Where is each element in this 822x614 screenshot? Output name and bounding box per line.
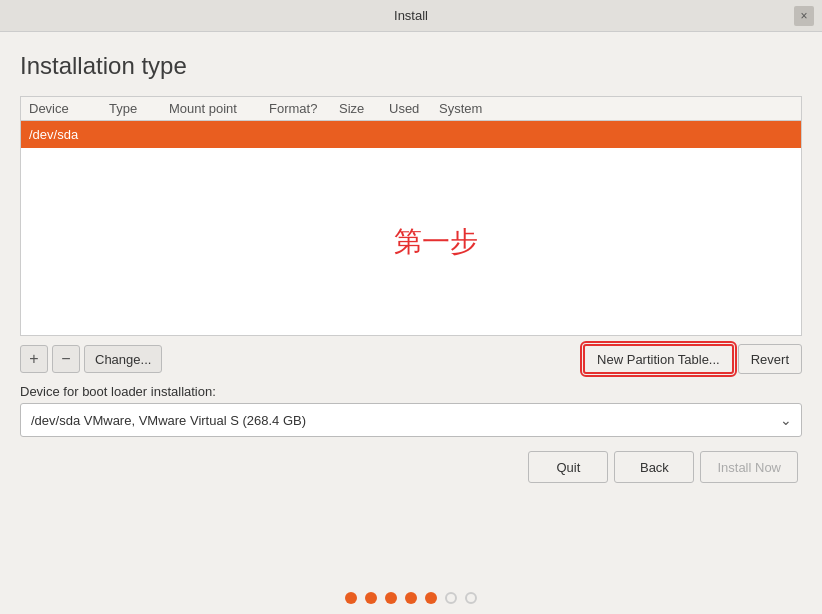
back-button[interactable]: Back [614, 451, 694, 483]
row-device-label: /dev/sda [29, 127, 109, 142]
bootloader-section: Device for boot loader installation: /de… [20, 384, 802, 437]
new-partition-table-button[interactable]: New Partition Table... [583, 344, 734, 374]
toolbar: + − Change... New Partition Table... Rev… [20, 344, 802, 374]
pagination-dot-6 [445, 592, 457, 604]
add-partition-button[interactable]: + [20, 345, 48, 373]
bootloader-select[interactable]: /dev/sda VMware, VMware Virtual S (268.4… [20, 403, 802, 437]
col-header-system: System [439, 101, 793, 116]
annotation-text: 第一步 [394, 223, 478, 261]
main-content: Installation type Device Type Mount poin… [0, 32, 822, 578]
titlebar: Install × [0, 0, 822, 32]
window: Install × Installation type Device Type … [0, 0, 822, 614]
pagination-dot-1 [345, 592, 357, 604]
quit-button[interactable]: Quit [528, 451, 608, 483]
table-row[interactable]: /dev/sda [21, 121, 801, 148]
bootloader-label: Device for boot loader installation: [20, 384, 802, 399]
remove-partition-button[interactable]: − [52, 345, 80, 373]
pagination [0, 578, 822, 614]
close-button[interactable]: × [794, 6, 814, 26]
col-header-size: Size [339, 101, 389, 116]
pagination-dot-2 [365, 592, 377, 604]
change-partition-button[interactable]: Change... [84, 345, 162, 373]
col-header-format: Format? [269, 101, 339, 116]
footer-buttons: Quit Back Install Now [20, 451, 802, 483]
window-title: Install [394, 8, 428, 23]
bootloader-select-wrapper: /dev/sda VMware, VMware Virtual S (268.4… [20, 403, 802, 437]
table-body: 第一步 [21, 148, 801, 335]
col-header-device: Device [29, 101, 109, 116]
install-now-button[interactable]: Install Now [700, 451, 798, 483]
page-title: Installation type [20, 52, 802, 80]
partition-table: Device Type Mount point Format? Size Use… [20, 96, 802, 336]
pagination-dot-5 [425, 592, 437, 604]
col-header-type: Type [109, 101, 169, 116]
table-header: Device Type Mount point Format? Size Use… [21, 97, 801, 121]
pagination-dot-3 [385, 592, 397, 604]
col-header-mount: Mount point [169, 101, 269, 116]
pagination-dot-4 [405, 592, 417, 604]
col-header-used: Used [389, 101, 439, 116]
pagination-dot-7 [465, 592, 477, 604]
revert-button[interactable]: Revert [738, 344, 802, 374]
